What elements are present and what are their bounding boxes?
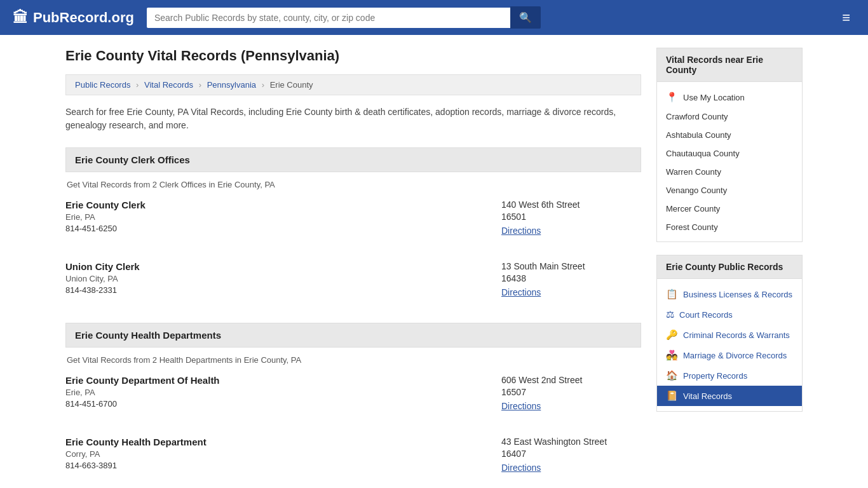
search-input[interactable] — [147, 8, 510, 28]
sidebar-county-ashtabula[interactable]: Ashtabula County — [657, 126, 802, 144]
office-entry: Erie County Clerk Erie, PA 814-451-6250 … — [65, 200, 641, 248]
county-label: Forest County — [666, 222, 718, 232]
sidebar: Vital Records near Erie County 📍 Use My … — [656, 48, 803, 488]
office-city: Corry, PA — [65, 449, 489, 459]
health-departments-header: Erie County Health Departments — [65, 323, 641, 348]
sidebar-county-warren[interactable]: Warren County — [657, 163, 802, 181]
office-address: 606 West 2nd Street — [501, 375, 641, 385]
county-label: Warren County — [666, 167, 721, 177]
office-phone: 814-438-2331 — [65, 285, 489, 295]
search-button[interactable]: 🔍 — [510, 6, 541, 29]
vital-records-icon: 📔 — [666, 390, 678, 402]
business-icon: 📋 — [666, 288, 678, 300]
breadcrumb-sep-3: › — [262, 80, 264, 90]
office-city: Erie, PA — [65, 388, 489, 397]
directions-link[interactable]: Directions — [501, 287, 541, 297]
marriage-icon: 💑 — [666, 349, 678, 361]
sidebar-county-venango[interactable]: Venango County — [657, 181, 802, 200]
sidebar-county-chautauqua[interactable]: Chautauqua County — [657, 144, 802, 163]
public-records-box: Erie County Public Records 📋 Business Li… — [656, 255, 803, 412]
office-zip: 16501 — [501, 212, 641, 222]
sidebar-item-label: Criminal Records & Warrants — [683, 330, 790, 340]
office-name: Erie County Department Of Health — [65, 375, 489, 386]
property-icon: 🏠 — [666, 370, 678, 381]
main-content: Erie County Vital Records (Pennsylvania)… — [65, 48, 641, 488]
office-row: Union City Clerk Union City, PA 814-438-… — [65, 261, 641, 297]
nearby-box-content: 📍 Use My Location Crawford County Ashtab… — [657, 82, 802, 241]
office-right: 606 West 2nd Street 16507 Directions — [501, 375, 641, 411]
public-records-box-content: 📋 Business Licenses & Records ⚖ Court Re… — [657, 279, 802, 411]
sidebar-item-label: Property Records — [683, 371, 747, 381]
logo-text: PubRecord.org — [33, 10, 134, 26]
sidebar-county-crawford[interactable]: Crawford County — [657, 107, 802, 126]
office-phone: 814-663-3891 — [65, 461, 489, 470]
court-icon: ⚖ — [666, 309, 674, 320]
office-phone: 814-451-6700 — [65, 399, 489, 409]
sidebar-item-label: Court Records — [679, 310, 733, 320]
clerk-offices-section: Erie County Clerk Offices Get Vital Reco… — [65, 147, 641, 310]
office-left: Erie County Clerk Erie, PA 814-451-6250 — [65, 200, 489, 236]
clerk-offices-header: Erie County Clerk Offices — [65, 147, 641, 172]
office-left: Union City Clerk Union City, PA 814-438-… — [65, 261, 489, 297]
office-address: 140 West 6th Street — [501, 200, 641, 210]
office-zip: 16438 — [501, 273, 641, 283]
office-right: 43 East Washington Street 16407 Directio… — [501, 437, 641, 473]
site-header: 🏛 PubRecord.org 🔍 ≡ — [0, 0, 868, 35]
use-location-label: Use My Location — [683, 93, 745, 102]
office-address: 13 South Main Street — [501, 261, 641, 271]
sidebar-item-label: Business Licenses & Records — [683, 290, 792, 299]
sidebar-item-label: Marriage & Divorce Records — [683, 351, 787, 360]
sidebar-item-criminal-records[interactable]: 🔑 Criminal Records & Warrants — [657, 325, 802, 345]
office-city: Erie, PA — [65, 212, 489, 222]
breadcrumb-erie-county: Erie County — [270, 80, 313, 90]
office-address: 43 East Washington Street — [501, 437, 641, 447]
breadcrumb-vital-records[interactable]: Vital Records — [144, 80, 193, 90]
sidebar-item-business-licenses[interactable]: 📋 Business Licenses & Records — [657, 284, 802, 304]
public-records-box-title: Erie County Public Records — [657, 255, 802, 279]
search-icon: 🔍 — [519, 12, 532, 23]
office-right: 13 South Main Street 16438 Directions — [501, 261, 641, 297]
office-row: Erie County Clerk Erie, PA 814-451-6250 … — [65, 200, 641, 236]
nearby-box: Vital Records near Erie County 📍 Use My … — [656, 48, 803, 242]
health-departments-section: Erie County Health Departments Get Vital… — [65, 323, 641, 485]
office-city: Union City, PA — [65, 274, 489, 283]
county-label: Chautauqua County — [666, 149, 740, 158]
breadcrumb-sep-1: › — [136, 80, 139, 90]
office-entry: Union City Clerk Union City, PA 814-438-… — [65, 261, 641, 310]
menu-icon: ≡ — [842, 10, 850, 25]
office-left: Erie County Department Of Health Erie, P… — [65, 375, 489, 411]
office-row: Erie County Health Department Corry, PA … — [65, 437, 641, 473]
breadcrumb-sep-2: › — [199, 80, 201, 90]
sidebar-item-court-records[interactable]: ⚖ Court Records — [657, 304, 802, 325]
sidebar-item-label: Vital Records — [683, 391, 732, 401]
county-label: Mercer County — [666, 204, 720, 214]
sidebar-item-property-records[interactable]: 🏠 Property Records — [657, 365, 802, 386]
sidebar-county-forest[interactable]: Forest County — [657, 218, 802, 236]
sidebar-item-marriage-records[interactable]: 💑 Marriage & Divorce Records — [657, 345, 802, 365]
office-zip: 16507 — [501, 387, 641, 397]
county-label: Venango County — [666, 186, 727, 195]
site-logo[interactable]: 🏛 PubRecord.org — [13, 9, 134, 27]
office-name: Union City Clerk — [65, 261, 489, 272]
page-description: Search for free Erie County, PA Vital Re… — [65, 105, 641, 132]
directions-link[interactable]: Directions — [501, 226, 541, 236]
breadcrumb-pennsylvania[interactable]: Pennsylvania — [207, 80, 256, 90]
use-location-item[interactable]: 📍 Use My Location — [657, 87, 802, 107]
menu-button[interactable]: ≡ — [837, 7, 855, 29]
criminal-icon: 🔑 — [666, 329, 678, 341]
sidebar-item-vital-records[interactable]: 📔 Vital Records — [657, 386, 802, 406]
clerk-offices-desc: Get Vital Records from 2 Clerk Offices i… — [65, 180, 641, 189]
page-title: Erie County Vital Records (Pennsylvania) — [65, 48, 641, 64]
sidebar-county-mercer[interactable]: Mercer County — [657, 200, 802, 218]
breadcrumb-public-records[interactable]: Public Records — [75, 80, 130, 90]
directions-link[interactable]: Directions — [501, 463, 541, 473]
office-row: Erie County Department Of Health Erie, P… — [65, 375, 641, 411]
office-name: Erie County Clerk — [65, 200, 489, 210]
search-bar: 🔍 — [147, 6, 541, 29]
directions-link[interactable]: Directions — [501, 401, 541, 411]
office-entry: Erie County Health Department Corry, PA … — [65, 437, 641, 485]
office-zip: 16407 — [501, 449, 641, 459]
office-right: 140 West 6th Street 16501 Directions — [501, 200, 641, 236]
office-left: Erie County Health Department Corry, PA … — [65, 437, 489, 473]
nearby-box-title: Vital Records near Erie County — [657, 48, 802, 82]
